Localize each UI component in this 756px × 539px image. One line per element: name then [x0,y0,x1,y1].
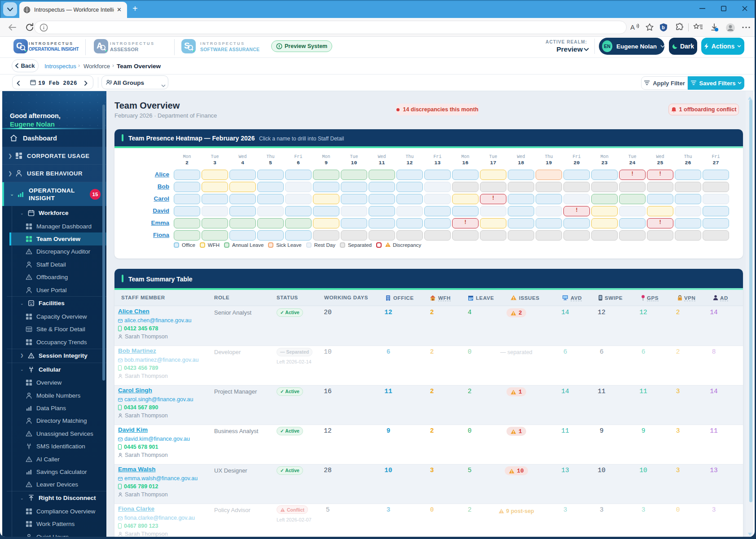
svg-text:b: b [662,25,665,30]
svg-text:A: A [630,23,635,31]
